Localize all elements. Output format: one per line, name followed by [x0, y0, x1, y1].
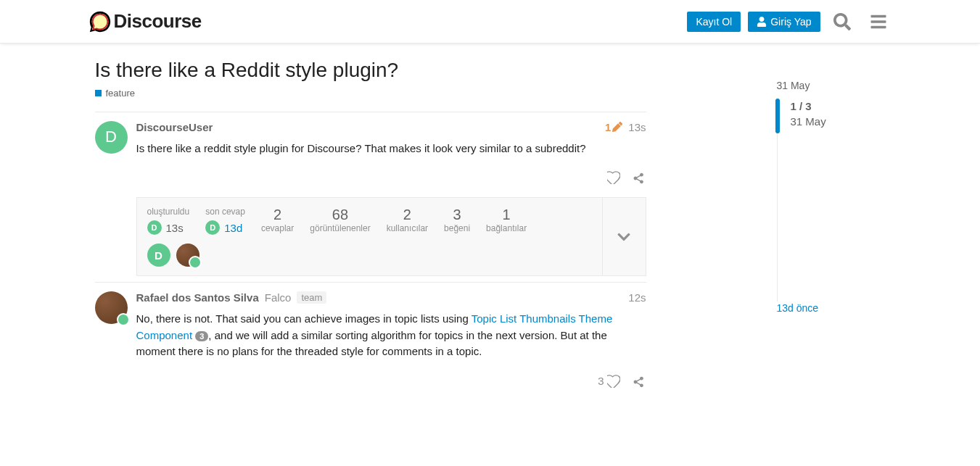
- pencil-icon: [612, 122, 622, 132]
- heart-icon: [607, 171, 620, 184]
- timeline-bottom-date[interactable]: 13d önce: [777, 302, 819, 314]
- stat-links: 1 bağlantılar: [486, 207, 527, 233]
- share-button[interactable]: [633, 375, 646, 388]
- stat-num: 3: [444, 207, 470, 223]
- avatar[interactable]: D: [95, 121, 128, 154]
- like-count-button[interactable]: 3: [598, 375, 619, 388]
- link-icon: [633, 375, 646, 388]
- participant-avatar[interactable]: [176, 244, 199, 267]
- discourse-logo-icon: [88, 9, 112, 34]
- menu-button[interactable]: [864, 7, 893, 36]
- participant-avatars: D: [147, 244, 592, 267]
- chevron-down-icon: [617, 230, 631, 244]
- created-line: D 13s: [147, 220, 190, 235]
- post-body: Rafael dos Santos Silva Falco team 12s N…: [136, 291, 646, 395]
- map-last-reply-block: son cevap D 13d: [205, 207, 245, 235]
- like-count: 3: [598, 375, 604, 387]
- last-reply-date: 13d: [224, 222, 242, 234]
- stat-label: beğeni: [444, 223, 470, 233]
- share-button[interactable]: [633, 171, 646, 184]
- edit-count[interactable]: 1: [605, 121, 622, 133]
- post-content: Is there like a reddit style plugin for …: [136, 141, 646, 157]
- login-label: Giriş Yap: [770, 16, 811, 28]
- timeline-pos-date: 31 May: [791, 114, 886, 129]
- login-button[interactable]: Giriş Yap: [748, 12, 820, 32]
- timeline-handle[interactable]: [775, 99, 780, 133]
- last-reply-avatar: D: [205, 220, 220, 235]
- post-date[interactable]: 12s: [628, 291, 646, 304]
- search-icon: [833, 13, 851, 30]
- topic-map-main: oluşturuldu D 13s son cevap D 1: [137, 198, 602, 275]
- post-body: DiscourseUser 1 13s Is there like a redd…: [136, 121, 646, 277]
- header-inner: Discourse Kayıt Ol Giriş Yap: [88, 7, 893, 36]
- post-username[interactable]: DiscourseUser: [136, 121, 213, 133]
- stat-num: 68: [310, 207, 370, 223]
- post-username[interactable]: Rafael dos Santos Silva: [136, 291, 259, 304]
- user-icon: [757, 17, 767, 27]
- post-nickname: Falco: [265, 291, 292, 304]
- timeline-top-date[interactable]: 31 May: [777, 80, 886, 91]
- like-button[interactable]: [607, 171, 620, 184]
- topic-map-stats-row: oluşturuldu D 13s son cevap D 1: [147, 207, 592, 235]
- timeline-position: 1 / 3: [791, 99, 886, 114]
- category-color-box: [95, 90, 102, 96]
- link-click-count: 3: [195, 331, 208, 341]
- stat-replies: 2 cevaplar: [261, 207, 294, 233]
- stat-num: 2: [261, 207, 294, 223]
- timeline-track[interactable]: 1 / 3 31 May: [777, 99, 886, 301]
- created-label: oluşturuldu: [147, 207, 190, 217]
- main-column: Is there like a Reddit style plugin? fea…: [95, 58, 762, 395]
- search-button[interactable]: [828, 7, 857, 36]
- topic-map: oluşturuldu D 13s son cevap D 1: [136, 197, 646, 276]
- site-header: Discourse Kayıt Ol Giriş Yap: [0, 0, 980, 43]
- last-reply-line[interactable]: D 13d: [205, 220, 245, 235]
- heart-icon: [607, 375, 620, 388]
- post-actions: [136, 157, 646, 191]
- team-badge-icon: [189, 256, 202, 269]
- stat-num: 1: [486, 207, 527, 223]
- post-date[interactable]: 13s: [628, 121, 646, 133]
- stat-users: 2 kullanıcılar: [387, 207, 428, 233]
- link-icon: [633, 171, 646, 184]
- post: Rafael dos Santos Silva Falco team 12s N…: [95, 282, 646, 395]
- team-flair: team: [297, 291, 326, 304]
- map-created-block: oluşturuldu D 13s: [147, 207, 190, 235]
- created-date: 13s: [166, 222, 184, 234]
- hamburger-icon: [870, 13, 887, 30]
- topic-title: Is there like a Reddit style plugin?: [95, 58, 762, 83]
- avatar[interactable]: [95, 291, 128, 324]
- timeline: 31 May 1 / 3 31 May 13d önce: [777, 58, 886, 395]
- logo[interactable]: Discourse: [88, 9, 202, 34]
- post-header: Rafael dos Santos Silva Falco team 12s: [136, 291, 646, 304]
- signup-button[interactable]: Kayıt Ol: [687, 12, 741, 32]
- topic-map-expand[interactable]: [602, 198, 646, 275]
- post-content: No, there is not. That said you can achi…: [136, 311, 646, 360]
- stat-views: 68 görüntülenenler: [310, 207, 370, 233]
- main-container: Is there like a Reddit style plugin? fea…: [88, 43, 893, 409]
- category-name: feature: [106, 88, 135, 99]
- stat-label: cevaplar: [261, 223, 294, 233]
- post: D DiscourseUser 1 13s Is there like a re…: [95, 112, 646, 277]
- logo-text: Discourse: [114, 10, 202, 33]
- stat-num: 2: [387, 207, 428, 223]
- edit-number: 1: [605, 121, 611, 133]
- created-avatar[interactable]: D: [147, 220, 162, 235]
- stat-label: bağlantılar: [486, 223, 527, 233]
- post-actions: 3: [136, 360, 646, 395]
- stat-label: kullanıcılar: [387, 223, 428, 233]
- team-badge-icon: [117, 313, 130, 326]
- stat-label: görüntülenenler: [310, 223, 370, 233]
- stat-likes: 3 beğeni: [444, 207, 470, 233]
- participant-avatar[interactable]: D: [147, 244, 170, 267]
- header-actions: Kayıt Ol Giriş Yap: [687, 7, 892, 36]
- post-text-pre: No, there is not. That said you can achi…: [136, 312, 472, 325]
- post-header: DiscourseUser 1 13s: [136, 121, 646, 133]
- category-badge[interactable]: feature: [95, 88, 135, 99]
- last-reply-label: son cevap: [205, 207, 245, 217]
